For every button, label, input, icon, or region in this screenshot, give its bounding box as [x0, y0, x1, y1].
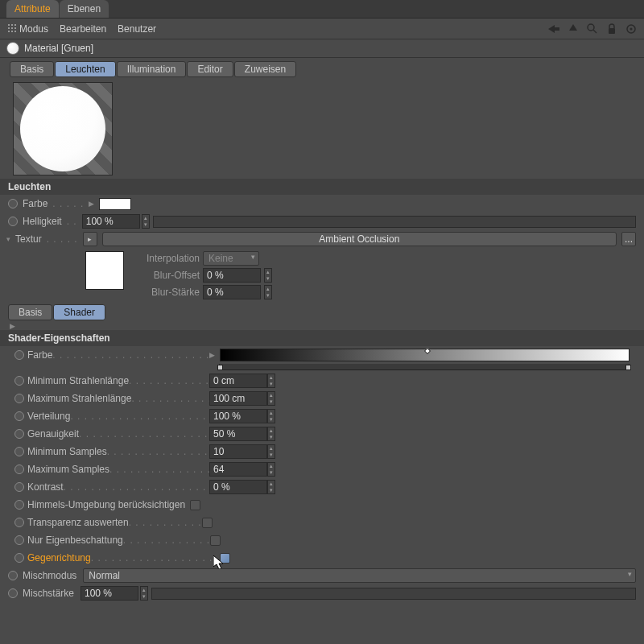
tab-shader-basis[interactable]: Basis — [8, 304, 52, 320]
transparenz-checkbox[interactable] — [202, 518, 213, 528]
eigenbeschattung-checkbox[interactable] — [210, 535, 221, 546]
row-himmel: Himmels-Umgebung berücksichtigen — [0, 496, 644, 514]
anim-toggle-verteilung[interactable] — [14, 411, 24, 421]
tab-illumination[interactable]: Illumination — [117, 61, 187, 77]
material-header: Material [Gruen] — [0, 39, 644, 58]
interpolation-dropdown[interactable]: Keine — [203, 251, 259, 266]
mischstaerke-slider[interactable] — [151, 588, 636, 600]
row-max-samples: Maximum Samples . . . . . . . . . . . . … — [0, 460, 644, 478]
material-preview[interactable] — [13, 82, 113, 175]
himmel-checkbox[interactable] — [190, 500, 200, 510]
genauigkeit-input[interactable] — [209, 427, 267, 441]
texture-thumbnail[interactable] — [85, 251, 124, 290]
anim-toggle-farbe[interactable] — [8, 199, 18, 208]
svg-rect-8 — [14, 31, 16, 32]
anim-toggle-kontrast[interactable] — [14, 482, 24, 492]
menu-benutzer[interactable]: Benutzer — [118, 23, 156, 35]
lock-icon[interactable] — [605, 23, 618, 35]
anim-toggle-max-samples[interactable] — [14, 464, 24, 474]
grid-icon[interactable] — [6, 23, 19, 35]
anim-toggle-mischstaerke[interactable] — [8, 588, 18, 598]
tab-zuweisen[interactable]: Zuweisen — [234, 61, 296, 77]
label-farbe: Farbe — [23, 198, 47, 209]
helligkeit-input[interactable] — [82, 214, 140, 229]
blur-staerke-input[interactable] — [203, 285, 261, 299]
max-samples-spinner[interactable] — [267, 462, 275, 477]
texture-browse-button[interactable]: ... — [621, 232, 636, 246]
expand-shader-farbe-icon[interactable]: ▶ — [209, 351, 215, 359]
row-mischmodus: Mischmodus Normal — [0, 567, 644, 584]
min-samples-spinner[interactable] — [267, 444, 275, 459]
blur-offset-input[interactable] — [203, 268, 261, 283]
anim-toggle-transparenz[interactable] — [14, 518, 24, 527]
helligkeit-spinner[interactable] — [142, 214, 150, 229]
settings-target-icon[interactable] — [625, 23, 638, 35]
shader-expand-icon[interactable]: ▶ — [0, 322, 644, 330]
min-strahl-spinner[interactable] — [267, 374, 275, 388]
kontrast-input[interactable] — [209, 480, 267, 494]
blur-offset-spinner[interactable] — [264, 268, 272, 283]
label-blur-offset: Blur-Offset — [130, 270, 200, 281]
svg-rect-5 — [14, 27, 16, 29]
label-genauigkeit: Genauigkeit — [27, 428, 79, 440]
mischmodus-dropdown[interactable]: Normal — [83, 568, 636, 583]
kontrast-spinner[interactable] — [267, 480, 275, 494]
up-nav-icon[interactable] — [567, 23, 580, 35]
window-tabs: Attribute Ebenen — [0, 0, 644, 19]
tab-shader-shader[interactable]: Shader — [53, 304, 105, 320]
blur-staerke-spinner[interactable] — [264, 285, 272, 299]
genauigkeit-spinner[interactable] — [267, 427, 275, 441]
mischstaerke-spinner[interactable] — [140, 586, 148, 601]
svg-marker-9 — [548, 25, 559, 33]
verteilung-spinner[interactable] — [267, 409, 275, 423]
svg-rect-2 — [14, 24, 16, 26]
anim-toggle-min-samples[interactable] — [14, 447, 24, 456]
svg-line-12 — [593, 30, 597, 33]
anim-toggle-mischmodus[interactable] — [8, 571, 18, 580]
gradient-ruler[interactable] — [219, 364, 630, 370]
anim-toggle-himmel[interactable] — [14, 500, 24, 510]
max-samples-input[interactable] — [209, 462, 267, 477]
gegenrichtung-checkbox[interactable] — [220, 553, 230, 564]
helligkeit-slider[interactable] — [153, 216, 636, 228]
tab-editor[interactable]: Editor — [187, 61, 233, 77]
search-icon[interactable] — [586, 23, 599, 35]
min-samples-input[interactable] — [209, 444, 267, 459]
tab-ebenen[interactable]: Ebenen — [60, 0, 109, 18]
expand-textur-icon[interactable]: ▾ — [6, 235, 10, 243]
farbe-color-swatch[interactable] — [99, 198, 131, 210]
label-max-samples: Maximum Samples — [27, 464, 109, 475]
min-strahl-input[interactable] — [209, 374, 267, 388]
anim-toggle-gegenrichtung[interactable] — [14, 553, 24, 563]
mischstaerke-input[interactable] — [80, 586, 138, 601]
anim-toggle-shader-farbe[interactable] — [14, 350, 24, 360]
material-title: Material [Gruen] — [24, 43, 93, 54]
tab-attribute[interactable]: Attribute — [6, 0, 59, 18]
texture-detail: Interpolation Keine Blur-Offset Blur-Stä… — [0, 248, 644, 303]
anim-toggle-eigenbeschattung[interactable] — [14, 535, 24, 545]
anim-toggle-helligkeit[interactable] — [8, 217, 18, 226]
tab-leuchten[interactable]: Leuchten — [55, 61, 115, 77]
expand-farbe-icon[interactable]: ▶ — [89, 200, 94, 208]
svg-rect-1 — [11, 24, 13, 26]
tab-basis[interactable]: Basis — [10, 61, 54, 77]
anim-toggle-min-strahl[interactable] — [14, 376, 24, 386]
texture-name-button[interactable]: Ambient Occlusion — [102, 232, 617, 246]
svg-point-15 — [630, 27, 633, 30]
back-icon[interactable] — [547, 23, 560, 35]
row-textur: ▾ Textur . . . . . ▸ Ambient Occlusion .… — [0, 230, 644, 248]
label-transparenz: Transparenz auswerten — [27, 517, 129, 528]
gradient-editor[interactable] — [220, 349, 630, 361]
max-strahl-input[interactable] — [209, 391, 267, 406]
texture-popup-button[interactable]: ▸ — [83, 232, 97, 246]
anim-toggle-max-strahl[interactable] — [14, 394, 24, 403]
menu-bearbeiten[interactable]: Bearbeiten — [60, 23, 106, 35]
menu-modus[interactable]: Modus — [19, 23, 48, 35]
material-icon — [6, 42, 19, 55]
label-max-strahl: Maximum Strahlenlänge — [27, 393, 131, 404]
max-strahl-spinner[interactable] — [267, 391, 275, 406]
anim-toggle-genauigkeit[interactable] — [14, 429, 24, 439]
label-eigenbeschattung: Nur Eigenbeschattung — [27, 535, 123, 546]
svg-marker-10 — [569, 24, 577, 31]
verteilung-input[interactable] — [209, 409, 267, 423]
